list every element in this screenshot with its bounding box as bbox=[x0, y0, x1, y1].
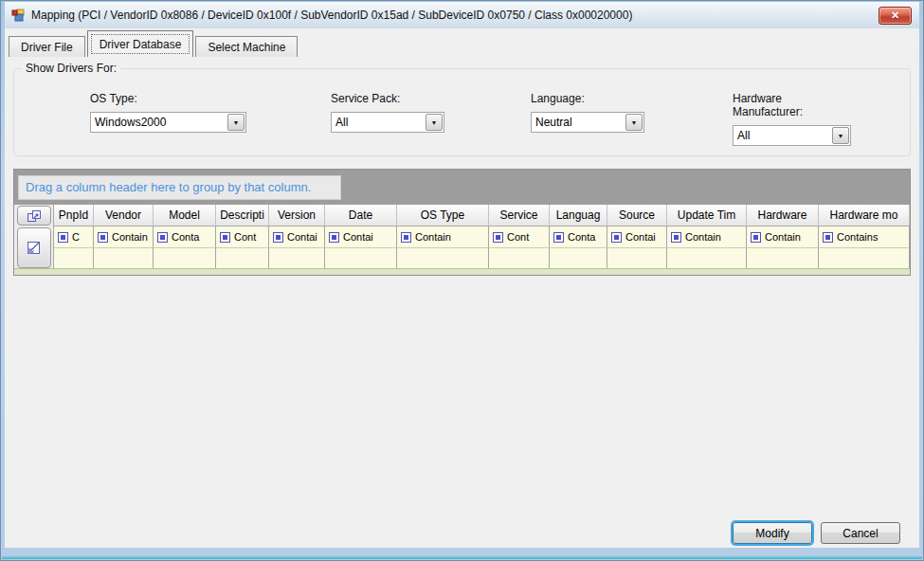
filter-input-pnpid[interactable] bbox=[54, 248, 94, 268]
filter-input-vendor[interactable] bbox=[94, 248, 154, 268]
filter-operator-languag[interactable]: Conta bbox=[550, 226, 607, 248]
filter-operator-label: Conta bbox=[568, 231, 595, 243]
service-pack-label: Service Pack: bbox=[331, 92, 444, 105]
service-pack-field: Service Pack: All ▼ bbox=[331, 92, 444, 133]
filter-operator-os-type[interactable]: Contain bbox=[397, 226, 489, 248]
chevron-down-icon: ▼ bbox=[631, 119, 638, 126]
filter-input-model[interactable] bbox=[154, 248, 216, 268]
close-icon: ✕ bbox=[891, 9, 899, 21]
filter-operator-hardware-mo[interactable]: Contains bbox=[819, 226, 910, 248]
filter-input-hardware-mo[interactable] bbox=[819, 248, 910, 268]
filter-operator-icon bbox=[671, 232, 681, 243]
tab-label: Driver File bbox=[21, 41, 73, 54]
hardware-manufacturer-dropdown[interactable]: All ▼ bbox=[733, 125, 851, 146]
filter-input-descripti[interactable] bbox=[216, 248, 269, 268]
chevron-down-icon: ▼ bbox=[838, 133, 844, 139]
column-header-row: PnpIdVendorModelDescriptiVersionDateOS T… bbox=[54, 205, 910, 226]
filter-input-os-type[interactable] bbox=[397, 248, 489, 268]
filter-operator-icon bbox=[823, 232, 833, 243]
customize-columns-icon bbox=[27, 209, 42, 223]
window-title: Mapping (PCI / VendorID 0x8086 / DeviceI… bbox=[31, 9, 632, 22]
column-header-os-type[interactable]: OS Type bbox=[397, 205, 489, 226]
modify-button[interactable]: Modify bbox=[733, 522, 812, 544]
filter-operator-vendor[interactable]: Contain bbox=[94, 226, 154, 248]
language-value: Neutral bbox=[532, 116, 625, 129]
tab-label: Driver Database bbox=[100, 38, 182, 51]
filter-operator-label: C bbox=[72, 231, 80, 243]
dropdown-arrow-button[interactable]: ▼ bbox=[426, 114, 443, 131]
filter-operator-descripti[interactable]: Cont bbox=[216, 226, 269, 248]
filter-operator-row: CContainContaContContaiContaiContainCont… bbox=[54, 226, 910, 248]
filter-operator-hardware[interactable]: Contain bbox=[747, 226, 819, 248]
filter-operator-label: Contain bbox=[415, 231, 451, 243]
dropdown-arrow-button[interactable]: ▼ bbox=[625, 114, 643, 131]
column-header-vendor[interactable]: Vendor bbox=[94, 205, 154, 226]
driver-grid: Drag a column header here to group by th… bbox=[13, 169, 911, 276]
filter-operator-update-tim[interactable]: Contain bbox=[667, 226, 747, 248]
filter-operator-label: Contai bbox=[343, 231, 373, 243]
filter-operator-label: Contain bbox=[765, 231, 801, 243]
filter-input-source[interactable] bbox=[607, 248, 667, 268]
tab-driver-database[interactable]: Driver Database bbox=[87, 30, 194, 57]
filter-input-update-tim[interactable] bbox=[667, 248, 747, 268]
filter-operator-label: Contai bbox=[287, 231, 317, 243]
app-icon bbox=[10, 8, 26, 23]
filter-input-date[interactable] bbox=[325, 248, 397, 268]
chevron-down-icon: ▼ bbox=[233, 119, 240, 126]
column-header-update-tim[interactable]: Update Tim bbox=[667, 205, 747, 226]
filter-operator-source[interactable]: Contai bbox=[607, 226, 667, 248]
filter-operator-icon bbox=[329, 232, 339, 243]
tab-driver-file[interactable]: Driver File bbox=[9, 36, 85, 57]
filter-operator-label: Cont bbox=[234, 231, 256, 243]
chevron-down-icon: ▼ bbox=[431, 119, 438, 126]
filter-operator-label: Cont bbox=[507, 231, 529, 243]
filter-operator-label: Contains bbox=[837, 231, 878, 243]
service-pack-dropdown[interactable]: All ▼ bbox=[331, 112, 444, 133]
filter-operator-label: Conta bbox=[172, 231, 199, 243]
filter-operator-service[interactable]: Cont bbox=[489, 226, 550, 248]
dropdown-arrow-button[interactable]: ▼ bbox=[832, 127, 849, 144]
os-type-dropdown[interactable]: Windows2000 ▼ bbox=[90, 112, 246, 133]
title-bar[interactable]: Mapping (PCI / VendorID 0x8086 / DeviceI… bbox=[5, 2, 919, 28]
language-label: Language: bbox=[531, 92, 644, 105]
group-by-panel: Drag a column header here to group by th… bbox=[14, 170, 910, 205]
row-indicator-column bbox=[14, 205, 54, 268]
filter-operator-date[interactable]: Contai bbox=[325, 226, 397, 248]
close-button[interactable]: ✕ bbox=[879, 7, 912, 25]
filter-input-version[interactable] bbox=[269, 248, 325, 268]
filter-input-hardware[interactable] bbox=[747, 248, 819, 268]
language-dropdown[interactable]: Neutral ▼ bbox=[531, 112, 644, 133]
filter-operator-icon bbox=[98, 232, 108, 243]
filter-input-languag[interactable] bbox=[550, 248, 607, 268]
os-type-value: Windows2000 bbox=[91, 116, 226, 129]
column-header-descripti[interactable]: Descripti bbox=[216, 205, 269, 226]
filter-input-service[interactable] bbox=[489, 248, 550, 268]
service-pack-value: All bbox=[332, 116, 425, 129]
column-header-service[interactable]: Service bbox=[489, 205, 550, 226]
column-header-version[interactable]: Version bbox=[269, 205, 325, 226]
filter-operator-icon bbox=[157, 232, 168, 243]
column-header-pnpid[interactable]: PnpId bbox=[54, 205, 94, 226]
column-header-source[interactable]: Source bbox=[607, 205, 667, 226]
filter-operator-icon bbox=[58, 232, 68, 243]
filter-operator-model[interactable]: Conta bbox=[154, 226, 216, 248]
os-type-label: OS Type: bbox=[90, 92, 246, 105]
grid-rows: PnpIdVendorModelDescriptiVersionDateOS T… bbox=[14, 205, 910, 268]
edit-filter-icon bbox=[27, 241, 41, 255]
filter-operator-icon bbox=[401, 232, 411, 243]
edit-filter-button[interactable] bbox=[17, 227, 51, 268]
column-header-hardware-mo[interactable]: Hardware mo bbox=[819, 205, 910, 226]
dropdown-arrow-button[interactable]: ▼ bbox=[227, 114, 245, 131]
column-header-model[interactable]: Model bbox=[154, 205, 216, 226]
column-header-hardware[interactable]: Hardware bbox=[747, 205, 819, 226]
column-header-languag[interactable]: Languag bbox=[550, 205, 607, 226]
tab-strip: Driver File Driver Database Select Machi… bbox=[9, 30, 299, 57]
hardware-manufacturer-value: All bbox=[734, 129, 831, 142]
grid-customize-button[interactable] bbox=[17, 206, 51, 226]
tab-select-machine[interactable]: Select Machine bbox=[195, 36, 298, 57]
filter-operator-pnpid[interactable]: C bbox=[54, 226, 94, 248]
cancel-button[interactable]: Cancel bbox=[821, 522, 900, 544]
column-header-date[interactable]: Date bbox=[325, 205, 397, 226]
filter-operator-version[interactable]: Contai bbox=[269, 226, 325, 248]
group-by-drop-area[interactable]: Drag a column header here to group by th… bbox=[18, 175, 341, 200]
